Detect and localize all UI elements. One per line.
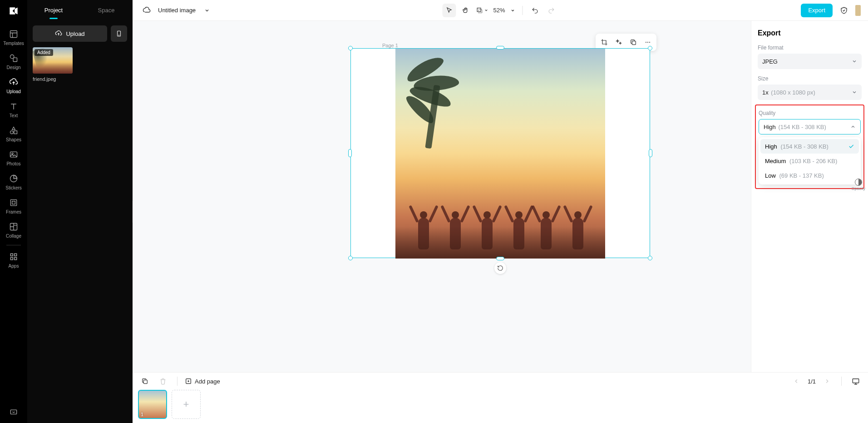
upload-button[interactable]: Upload <box>33 25 107 42</box>
svg-rect-0 <box>10 31 17 38</box>
pages-duplicate-button[interactable] <box>138 374 152 388</box>
upload-mobile-button[interactable] <box>111 25 127 42</box>
hand-tool[interactable] <box>459 4 472 17</box>
resize-handle-br[interactable] <box>648 256 652 260</box>
quality-option-high[interactable]: High (154 KB - 308 KB) <box>760 139 859 154</box>
cursor-tool[interactable] <box>442 4 456 17</box>
rail-design[interactable]: Design <box>0 50 27 74</box>
rail-label: Design <box>6 65 20 70</box>
resize-icon <box>476 7 483 14</box>
export-button[interactable]: Export <box>801 4 833 17</box>
resize-handle-tr[interactable] <box>648 46 652 50</box>
thumbnail-filename: friend.jpeg <box>33 76 73 82</box>
svg-rect-18 <box>477 8 481 11</box>
rail-label: Stickers <box>5 185 22 190</box>
rail-shapes[interactable]: Shapes <box>0 122 27 146</box>
quality-select[interactable]: High (154 KB - 308 KB) <box>759 119 861 134</box>
svg-rect-4 <box>14 131 17 134</box>
quality-option-medium[interactable]: Medium (103 KB - 206 KB) <box>760 154 859 168</box>
undo-button[interactable] <box>528 4 542 17</box>
doc-title-dropdown[interactable] <box>200 4 214 17</box>
cloud-sync-button[interactable] <box>140 4 153 17</box>
page-thumbnail-1[interactable]: 1 <box>138 390 167 419</box>
resize-handle-mb[interactable] <box>496 257 504 260</box>
quality-value: High (154 KB - 308 KB) <box>764 124 826 130</box>
svg-rect-19 <box>632 41 636 45</box>
frames-icon <box>9 198 19 208</box>
svg-rect-9 <box>12 201 15 204</box>
crop-button[interactable] <box>597 35 611 49</box>
chevron-down-icon <box>852 90 857 95</box>
opacity-icon <box>855 179 862 186</box>
page-label: Page 1 <box>382 43 398 48</box>
rail-photos[interactable]: Photos <box>0 146 27 170</box>
rotate-handle[interactable] <box>494 262 506 274</box>
svg-rect-15 <box>10 410 16 414</box>
size-value: 1x (1080 x 1080 px) <box>762 89 815 96</box>
resize-handle-tl[interactable] <box>348 46 353 50</box>
zoom-value: 52% <box>493 7 505 14</box>
app-logo[interactable] <box>6 4 21 18</box>
rail-bottom-item[interactable] <box>0 404 27 423</box>
pages-delete-button[interactable] <box>156 374 170 388</box>
rail-label: Upload <box>6 89 21 94</box>
file-format-select[interactable]: JPEG <box>758 54 862 69</box>
file-format-value: JPEG <box>762 58 778 65</box>
rail-frames[interactable]: Frames <box>0 194 27 218</box>
opacity-control[interactable]: Opacity <box>851 179 865 191</box>
prev-page-button[interactable] <box>789 374 803 388</box>
svg-rect-2 <box>13 58 17 61</box>
quality-label: Quality <box>759 110 861 116</box>
selection-frame[interactable] <box>350 48 650 258</box>
chevron-right-icon <box>824 378 830 384</box>
zoom-level[interactable]: 52% <box>491 7 517 14</box>
rail-apps[interactable]: Apps <box>0 248 27 272</box>
resize-handle-bl[interactable] <box>348 256 353 260</box>
svg-rect-14 <box>15 258 17 260</box>
rail-upload[interactable]: Upload <box>0 74 27 98</box>
design-icon <box>9 53 19 63</box>
check-icon <box>848 143 854 149</box>
effects-button[interactable] <box>612 35 626 49</box>
quality-option-low[interactable]: Low (69 KB - 137 KB) <box>760 168 859 183</box>
resize-handle-mr[interactable] <box>649 149 652 157</box>
duplicate-button[interactable] <box>626 35 640 49</box>
panel-tabs: Project Space <box>27 0 133 20</box>
rail-collage[interactable]: Collage <box>0 218 27 242</box>
add-page-button[interactable]: Add page <box>185 378 220 385</box>
next-page-button[interactable] <box>820 374 834 388</box>
shield-button[interactable] <box>837 4 851 17</box>
photos-icon <box>9 149 19 159</box>
rail-stickers[interactable]: Stickers <box>0 170 27 194</box>
redo-button[interactable] <box>545 4 558 17</box>
add-page-icon <box>185 378 192 385</box>
tab-project[interactable]: Project <box>27 1 80 19</box>
canvas-image[interactable] <box>395 49 605 259</box>
user-avatar[interactable] <box>855 5 861 16</box>
page-add-tile[interactable]: + <box>172 390 201 419</box>
duplicate-icon <box>630 39 637 46</box>
svg-rect-11 <box>10 254 13 256</box>
svg-rect-25 <box>853 379 859 383</box>
rail-divider <box>6 245 21 245</box>
svg-point-3 <box>10 131 14 134</box>
resize-handle-ml[interactable] <box>348 149 352 157</box>
document-title[interactable]: Untitled image <box>158 7 196 14</box>
added-badge: Added <box>35 49 53 56</box>
rail-text[interactable]: Text <box>0 98 27 122</box>
plus-icon: + <box>183 398 189 410</box>
rail-templates[interactable]: Templates <box>0 25 27 50</box>
svg-rect-23 <box>143 380 147 383</box>
copy-icon <box>141 378 148 385</box>
size-select[interactable]: 1x (1080 x 1080 px) <box>758 85 862 100</box>
tab-space[interactable]: Space <box>80 1 133 19</box>
size-label: Size <box>758 75 862 82</box>
resize-handle-mt[interactable] <box>496 46 504 50</box>
media-thumbnail[interactable]: Added friend.jpeg <box>33 47 73 82</box>
export-title: Export <box>758 29 862 37</box>
chevron-down-icon <box>852 59 857 64</box>
cloud-icon <box>143 6 151 15</box>
resize-dropdown[interactable] <box>475 4 488 17</box>
crop-icon <box>601 39 608 46</box>
present-button[interactable] <box>849 374 863 388</box>
